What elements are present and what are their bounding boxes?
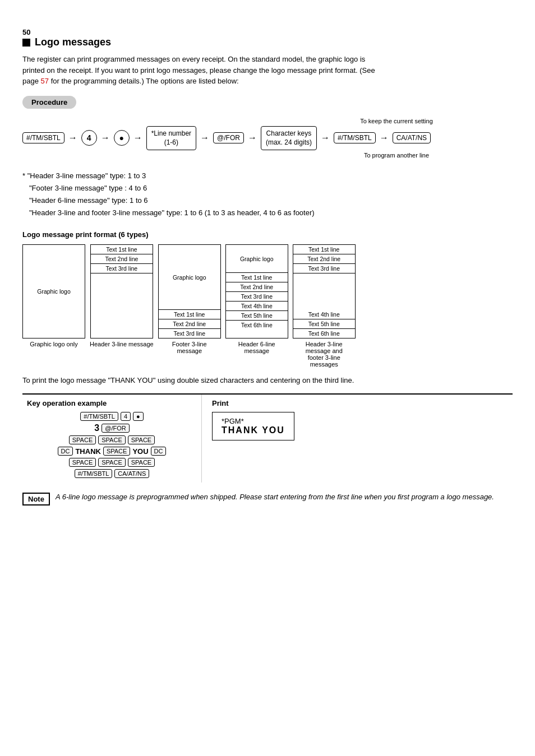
key-ca-at-ns: CA/AT/NS (393, 132, 431, 143)
logo-types-container: Graphic logo Graphic logo only Text 1st … (22, 244, 513, 368)
type4-line4: Text 4th line (226, 302, 288, 311)
type2-empty (91, 273, 153, 338)
print-col: Print *PGM* THANK YOU (207, 395, 513, 483)
type3-receipt: Graphic logo Text 1st line Text 2nd line… (158, 244, 221, 338)
type5-line2: Text 2nd line (293, 254, 355, 264)
type3-label: Footer 3-linemessage (172, 341, 207, 354)
type4-col: Graphic logo Text 1st line Text 2nd line… (225, 244, 288, 354)
type5-line1: Text 1st line (293, 245, 355, 254)
logo-format-title: Logo message print format (6 types) (22, 230, 513, 239)
flow-diagram: To keep the current setting #/TM/SBTL → … (22, 118, 513, 159)
type2-line2: Text 2nd line (91, 254, 153, 264)
type2-col: Text 1st line Text 2nd line Text 3rd lin… (90, 244, 154, 347)
key-char-keys: Character keys (max. 24 digits) (261, 126, 317, 151)
type1-col: Graphic logo Graphic logo only (22, 244, 85, 347)
note-line-4: "Header 3-line and footer 3-line message… (22, 207, 513, 219)
kbd-space-2: SPACE (98, 435, 125, 444)
kbd-ca-at-ns: CA/AT/NS (114, 469, 149, 478)
text-you: YOU (132, 447, 148, 456)
kbd-tm-sbtl-2: #/TM/SBTL (75, 469, 113, 478)
type3-line1: Text 1st line (159, 310, 220, 319)
key-row-6: #/TM/SBTL CA/AT/NS (75, 469, 150, 478)
key-4: 4 (81, 130, 97, 146)
type5-line3: Text 3rd line (293, 264, 355, 273)
arrow-3: → (132, 133, 144, 143)
arrow-4: → (199, 133, 210, 143)
procedure-label: Procedure (22, 96, 76, 109)
type3-line3: Text 3rd line (159, 329, 220, 338)
note-line-2: "Footer 3-line message" type : 4 to 6 (22, 182, 513, 194)
key-op-title: Key operation example (27, 399, 197, 407)
kbd-space-6: SPACE (98, 458, 125, 467)
key-row-1: #/TM/SBTL 4 ● (80, 412, 143, 421)
para-thank-you: To print the logo message "THANK YOU" us… (22, 376, 513, 384)
type4-line3: Text 3rd line (226, 292, 288, 302)
page-link-57[interactable]: 57 (41, 77, 49, 85)
type1-label: Graphic logo only (30, 341, 78, 347)
type4-line6: Text 6th line (226, 321, 288, 330)
type2-receipt: Text 1st line Text 2nd line Text 3rd lin… (90, 244, 153, 338)
key-tm-sbtl-2: #/TM/SBTL (334, 132, 376, 143)
note-box: Note A 6-line logo message is preprogram… (22, 491, 513, 505)
note-line-3: "Header 6-line message" type: 1 to 6 (22, 194, 513, 207)
type4-receipt: Graphic logo Text 1st line Text 2nd line… (225, 244, 288, 338)
key-print-grid: Key operation example #/TM/SBTL 4 ● 3 @/… (22, 393, 513, 483)
title-square-icon (22, 39, 30, 47)
arrow-2: → (100, 133, 111, 143)
kbd-tm-sbtl: #/TM/SBTL (80, 412, 118, 421)
page-title: Logo messages (22, 36, 513, 48)
key-for: @/FOR (213, 132, 244, 143)
print-pgm: *PGM* (222, 417, 285, 425)
print-thank: THANK YOU (222, 425, 285, 435)
type3-line2: Text 2nd line (159, 319, 220, 329)
kbd-4: 4 (121, 412, 131, 421)
type5-line4: Text 4th line (293, 310, 355, 319)
flow-top-label: To keep the current setting (280, 118, 513, 124)
note-text: A 6-line logo message is preprogrammed w… (56, 491, 494, 503)
kbd-dc-1: DC (58, 447, 73, 456)
kbd-dc-2: DC (151, 447, 167, 456)
key-op-col: Key operation example #/TM/SBTL 4 ● 3 @/… (22, 395, 202, 483)
type4-line2: Text 2nd line (226, 282, 288, 292)
type4-label: Header 6-linemessage (238, 341, 275, 354)
flow-bottom-label: To program another line (280, 152, 513, 159)
key-row-3: SPACE SPACE SPACE (69, 435, 155, 444)
key-sequence: #/TM/SBTL 4 ● 3 @/FOR SPACE SPACE SPACE (27, 412, 197, 478)
num-3: 3 (94, 423, 99, 433)
print-title: Print (212, 399, 508, 407)
type5-line5: Text 5th line (293, 319, 355, 329)
text-thank: THANK (75, 447, 101, 456)
type2-line3: Text 3rd line (91, 264, 153, 273)
kbd-space-7: SPACE (128, 458, 155, 467)
note-label: Note (22, 493, 50, 505)
type5-label: Header 3-linemessage andfooter 3-linemes… (306, 341, 343, 368)
arrow-7: → (379, 133, 390, 143)
note-line-1: * "Header 3-line message" type: 1 to 3 (22, 170, 513, 182)
type4-graphic: Graphic logo (226, 245, 288, 273)
kbd-space-1: SPACE (69, 435, 96, 444)
arrow-1: → (67, 133, 79, 143)
type5-receipt: Text 1st line Text 2nd line Text 3rd lin… (293, 244, 356, 338)
type3-col: Graphic logo Text 1st line Text 2nd line… (158, 244, 221, 354)
key-row-2: 3 @/FOR (94, 423, 129, 433)
arrow-5: → (247, 133, 258, 143)
key-row-5: SPACE SPACE SPACE (69, 458, 155, 467)
kbd-space-3: SPACE (128, 435, 155, 444)
type5-col: Text 1st line Text 2nd line Text 3rd lin… (293, 244, 356, 368)
type3-graphic: Graphic logo (159, 245, 220, 310)
type4-line5: Text 5th line (226, 311, 288, 321)
type2-label: Header 3-line message (90, 341, 154, 347)
page-number: 50 (22, 28, 513, 36)
key-line-number: *Line number (1-6) (146, 126, 196, 151)
type2-line1: Text 1st line (91, 245, 153, 254)
key-dot: ● (114, 130, 130, 146)
kbd-space-5: SPACE (69, 458, 96, 467)
key-row-4: DC THANK SPACE YOU DC (58, 447, 167, 456)
type5-spacer (293, 273, 355, 310)
kbd-dot: ● (133, 412, 144, 421)
intro-text: The register can print programmed messag… (22, 54, 513, 87)
type4-line1: Text 1st line (226, 273, 288, 282)
type1-graphic: Graphic logo (23, 245, 85, 338)
type1-receipt: Graphic logo (22, 244, 85, 338)
type5-line6: Text 6th line (293, 329, 355, 338)
